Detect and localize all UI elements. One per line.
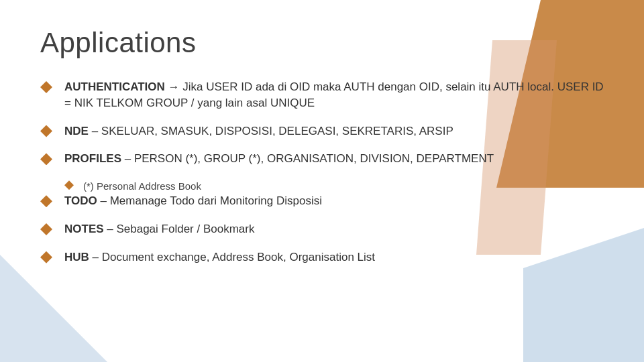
bullet-bold-notes: NOTES [64,223,104,235]
bullet-text-auth: AUTHENTICATION → Jika USER ID ada di OID… [64,79,604,111]
slide-title: Applications [40,27,604,59]
bullet-item-auth: AUTHENTICATION → Jika USER ID ada di OID… [40,79,604,111]
bullet-rest-todo: – Memanage Todo dari Monitoring Disposis… [97,194,322,207]
bullet-arrow: → [165,80,180,93]
bullet-text-nde: NDE – SKELUAR, SMASUK, DISPOSISI, DELEGA… [64,123,604,139]
bullet-rest-nde: – SKELUAR, SMASUK, DISPOSISI, DELEGASI, … [89,125,453,137]
bullet-icon [40,223,52,235]
slide-container: Applications AUTHENTICATION → Jika USER … [0,0,644,362]
bullet-item-notes: NOTES – Sebagai Folder / Bookmark [40,221,604,237]
bullet-item-hub: HUB – Document exchange, Address Book, O… [40,249,604,265]
sub-bullet-item-personal-address-book: (*) Personal Address Book [64,179,604,193]
bullet-icon [40,251,52,263]
bullet-rest-profiles: – PERSON (*), GROUP (*), ORGANISATION, D… [121,152,494,165]
bullet-icon [40,195,52,207]
bullet-bold-hub: HUB [64,251,89,263]
bullet-text-todo: TODO – Memanage Todo dari Monitoring Dis… [64,193,604,209]
bullet-rest-notes: – Sebagai Folder / Bookmark [104,223,255,235]
bullet-bold-todo: TODO [64,194,97,207]
bullet-icon [40,81,52,93]
bullet-item-todo: TODO – Memanage Todo dari Monitoring Dis… [40,193,604,209]
bullet-bold-auth: AUTHENTICATION [64,80,165,93]
bullet-item-nde: NDE – SKELUAR, SMASUK, DISPOSISI, DELEGA… [40,123,604,139]
bullet-icon [40,153,52,165]
bullet-text-notes: NOTES – Sebagai Folder / Bookmark [64,221,604,237]
bullet-bold-profiles: PROFILES [64,152,121,165]
bullet-bold-nde: NDE [64,125,89,137]
bullet-list: AUTHENTICATION → Jika USER ID ada di OID… [40,79,604,265]
bullet-text-profiles: PROFILES – PERSON (*), GROUP (*), ORGANI… [64,151,604,167]
sub-bullet-icon [64,180,74,190]
slide-content: Applications AUTHENTICATION → Jika USER … [0,0,644,298]
bullet-rest-hub: – Document exchange, Address Book, Organ… [89,251,375,263]
bullet-icon [40,125,52,137]
bullet-text-hub: HUB – Document exchange, Address Book, O… [64,249,604,265]
bullet-item-profiles: PROFILES – PERSON (*), GROUP (*), ORGANI… [40,151,604,167]
sub-bullet-text-personal-address-book: (*) Personal Address Book [83,179,201,193]
